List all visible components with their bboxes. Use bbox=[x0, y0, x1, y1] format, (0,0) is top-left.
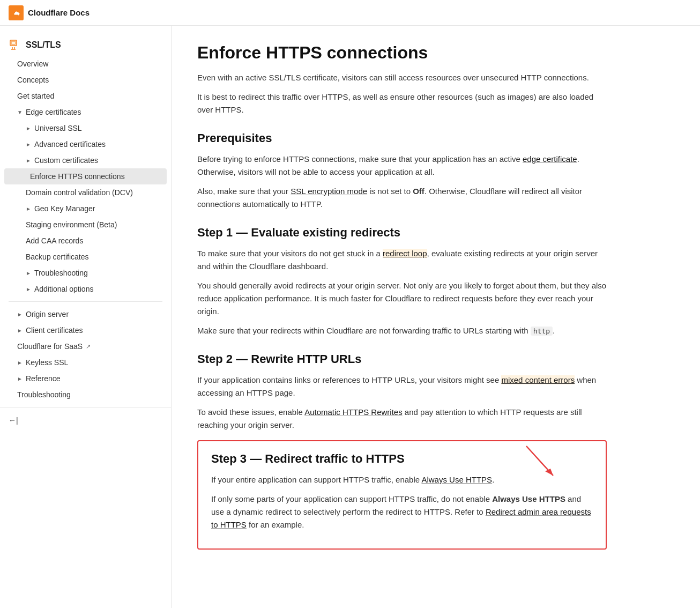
sidebar-item-dcv[interactable]: Domain control validation (DCV) bbox=[0, 184, 171, 201]
sidebar-item-client-certs[interactable]: Client certificates bbox=[0, 322, 171, 338]
reference-label: Reference bbox=[26, 374, 61, 383]
external-link-icon: ↗ bbox=[86, 343, 91, 350]
backup-certs-label: Backup certificates bbox=[26, 253, 89, 261]
sidebar-item-backup-certs[interactable]: Backup certificates bbox=[0, 249, 171, 265]
sidebar-section-title: SSL/TLS bbox=[26, 40, 61, 50]
universal-ssl-label: Universal SSL bbox=[34, 124, 82, 132]
origin-server-chevron bbox=[17, 312, 23, 317]
sidebar-item-cloudflare-saas[interactable]: Cloudflare for SaaS ↗ bbox=[0, 338, 171, 354]
prereq-p2-mid: is not set to bbox=[367, 187, 413, 196]
get-started-label: Get started bbox=[17, 92, 54, 100]
edge-certificates-chevron bbox=[17, 109, 23, 115]
sidebar-item-get-started[interactable]: Get started bbox=[0, 88, 171, 104]
custom-certs-chevron bbox=[26, 158, 31, 164]
step3-p2-before: If only some parts of your application c… bbox=[211, 494, 492, 503]
page-title: Enforce HTTPS connections bbox=[197, 43, 607, 63]
main-content: Enforce HTTPS connections Even with an a… bbox=[172, 26, 632, 608]
intro-para-1: Even with an active SSL/TLS certificate,… bbox=[197, 71, 607, 84]
step3-p2-after: for an example. bbox=[247, 520, 304, 529]
client-certs-chevron bbox=[17, 328, 23, 333]
back-label: ←| bbox=[9, 416, 18, 425]
logo-text: Cloudflare Docs bbox=[28, 8, 90, 17]
troubleshooting-edge-label: Troubleshooting bbox=[34, 269, 88, 277]
sidebar-item-geo-key[interactable]: Geo Key Manager bbox=[0, 201, 171, 217]
sidebar-item-reference[interactable]: Reference bbox=[0, 370, 171, 387]
step3-para-2: If only some parts of your application c… bbox=[211, 493, 593, 531]
step1-p3-after: . bbox=[553, 326, 555, 335]
sidebar-item-custom-certificates[interactable]: Custom certificates bbox=[0, 152, 171, 168]
prereq-p2-before: Also, make sure that your bbox=[197, 187, 291, 196]
cloudflare-logo-icon bbox=[9, 5, 24, 20]
sidebar-item-origin-server[interactable]: Origin server bbox=[0, 306, 171, 322]
additional-options-chevron bbox=[26, 286, 31, 292]
step3-box: Step 3 — Redirect traffic to HTTPS If yo… bbox=[197, 440, 607, 550]
sidebar-item-add-caa[interactable]: Add CAA records bbox=[0, 233, 171, 249]
sidebar-divider-1 bbox=[9, 301, 162, 302]
http-code: http bbox=[531, 327, 553, 336]
step3-heading: Step 3 — Redirect traffic to HTTPS bbox=[211, 452, 593, 466]
concepts-label: Concepts bbox=[17, 76, 49, 84]
prerequisites-heading: Prerequisites bbox=[197, 131, 607, 145]
sidebar-item-edge-certificates[interactable]: Edge certificates bbox=[0, 104, 171, 120]
custom-certs-label: Custom certificates bbox=[34, 156, 98, 165]
advanced-certs-chevron bbox=[26, 142, 31, 147]
staging-label: Staging environment (Beta) bbox=[26, 220, 117, 229]
sidebar: SSL/TLS Overview Concepts Get started Ed… bbox=[0, 26, 172, 608]
top-nav: Cloudflare Docs bbox=[0, 0, 700, 26]
auto-https-rewrites-link[interactable]: Automatic HTTPS Rewrites bbox=[304, 407, 403, 417]
step1-para-3: Make sure that your redirects within Clo… bbox=[197, 324, 607, 337]
ssl-encryption-link[interactable]: SSL encryption mode bbox=[291, 187, 367, 196]
geo-key-chevron bbox=[26, 206, 31, 212]
dcv-label: Domain control validation (DCV) bbox=[26, 188, 133, 197]
step1-p3-before: Make sure that your redirects within Clo… bbox=[197, 326, 531, 335]
step2-para-1: If your application contains links or re… bbox=[197, 374, 607, 399]
edge-certificate-link[interactable]: edge certificate bbox=[523, 154, 577, 164]
intro-para-2: It is best to redirect this traffic over… bbox=[197, 91, 607, 116]
sidebar-item-concepts[interactable]: Concepts bbox=[0, 72, 171, 88]
sidebar-item-universal-ssl[interactable]: Universal SSL bbox=[0, 120, 171, 136]
additional-options-label: Additional options bbox=[34, 285, 94, 293]
mixed-content-link[interactable]: mixed content errors bbox=[501, 375, 575, 384]
step1-para-1: To make sure that your visitors do not g… bbox=[197, 247, 607, 273]
prereq-p2-bold: Off bbox=[413, 187, 425, 196]
sidebar-item-troubleshooting-main[interactable]: Troubleshooting bbox=[0, 387, 171, 403]
sidebar-item-advanced-certificates[interactable]: Advanced certificates bbox=[0, 136, 171, 152]
prereq-para-1: Before trying to enforce HTTPS connectio… bbox=[197, 153, 607, 179]
step1-p1-before: To make sure that your visitors do not g… bbox=[197, 249, 383, 258]
keyless-ssl-label: Keyless SSL bbox=[26, 358, 68, 367]
reference-chevron bbox=[17, 376, 23, 382]
troubleshooting-edge-chevron bbox=[26, 270, 31, 276]
overview-label: Overview bbox=[17, 60, 48, 68]
prereq-p1-before: Before trying to enforce HTTPS connectio… bbox=[197, 154, 523, 164]
client-certs-label: Client certificates bbox=[26, 326, 83, 335]
sidebar-item-keyless-ssl[interactable]: Keyless SSL bbox=[0, 354, 171, 370]
prereq-para-2: Also, make sure that your SSL encryption… bbox=[197, 185, 607, 211]
step2-para-2: To avoid these issues, enable Automatic … bbox=[197, 406, 607, 432]
step3-p1-after: . bbox=[492, 475, 494, 484]
sidebar-back-button[interactable]: ←| bbox=[9, 416, 162, 425]
step2-heading: Step 2 — Rewrite HTTP URLs bbox=[197, 352, 607, 366]
step1-para-2: You should generally avoid redirects at … bbox=[197, 279, 607, 318]
always-use-https-link-1[interactable]: Always Use HTTPS bbox=[421, 475, 492, 484]
sidebar-section-header: SSL/TLS bbox=[0, 34, 171, 56]
geo-key-label: Geo Key Manager bbox=[34, 204, 95, 213]
sidebar-bottom: ←| bbox=[0, 407, 171, 433]
step2-p1-before: If your application contains links or re… bbox=[197, 375, 501, 384]
edge-certificates-label: Edge certificates bbox=[26, 108, 81, 116]
always-use-https-bold: Always Use HTTPS bbox=[492, 494, 565, 503]
sidebar-item-additional-options[interactable]: Additional options bbox=[0, 281, 171, 297]
sidebar-item-enforce-https[interactable]: Enforce HTTPS connections bbox=[4, 168, 167, 184]
step3-para-1: If your entire application can support H… bbox=[211, 473, 593, 486]
svg-rect-2 bbox=[11, 41, 16, 45]
keyless-ssl-chevron bbox=[17, 360, 23, 366]
add-caa-label: Add CAA records bbox=[26, 236, 83, 245]
step3-p1-before: If your entire application can support H… bbox=[211, 475, 421, 484]
sidebar-item-overview[interactable]: Overview bbox=[0, 56, 171, 72]
redirect-loop-link[interactable]: redirect loop bbox=[383, 249, 427, 258]
sidebar-item-staging[interactable]: Staging environment (Beta) bbox=[0, 217, 171, 233]
ssl-tls-icon bbox=[9, 39, 21, 51]
troubleshooting-main-label: Troubleshooting bbox=[17, 390, 71, 399]
advanced-certs-label: Advanced certificates bbox=[34, 140, 106, 149]
logo[interactable]: Cloudflare Docs bbox=[9, 5, 90, 20]
sidebar-item-troubleshooting-edge[interactable]: Troubleshooting bbox=[0, 265, 171, 281]
